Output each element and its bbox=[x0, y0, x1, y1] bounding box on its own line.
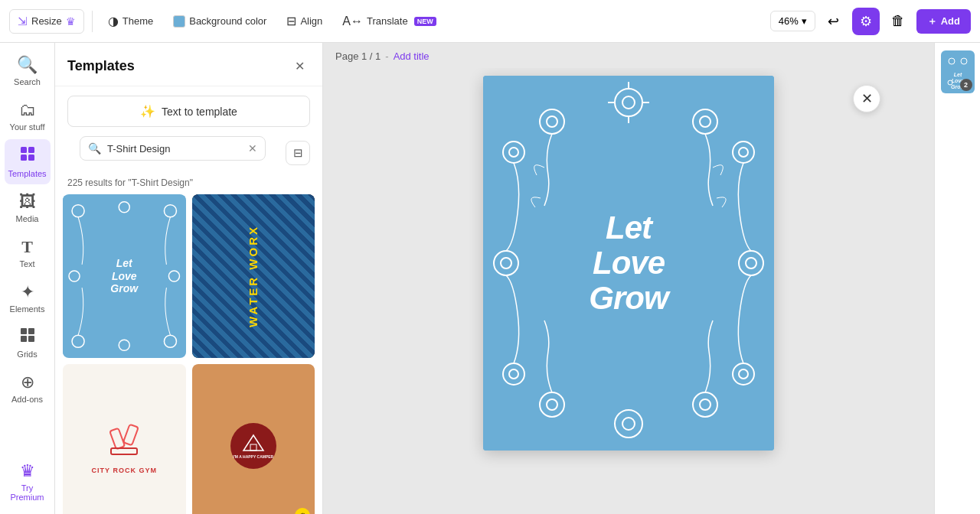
search-bar-icon: 🔍 bbox=[88, 142, 101, 155]
add-title-link[interactable]: Add title bbox=[394, 50, 430, 62]
sidebar-item-media-label: Media bbox=[16, 214, 39, 223]
svg-rect-17 bbox=[110, 428, 126, 450]
undo-button[interactable]: ↩ bbox=[820, 8, 848, 35]
zoom-chevron-icon: ▾ bbox=[802, 15, 807, 27]
bg-color-button[interactable]: Background color bbox=[165, 11, 274, 32]
sidebar-item-add-ons[interactable]: ⊕ Add-ons bbox=[5, 366, 51, 410]
search-clear-button[interactable]: ✕ bbox=[248, 142, 257, 155]
premium-badge: ♛ bbox=[295, 508, 310, 514]
svg-rect-18 bbox=[123, 425, 139, 446]
card-water-worx-text: WATER WORX bbox=[247, 225, 260, 327]
add-button[interactable]: ＋ Add bbox=[916, 9, 971, 34]
main-layout: 🔍 Search 🗂 Your stuff Templates 🖼 Media bbox=[0, 43, 980, 514]
theme-label: Theme bbox=[122, 15, 153, 27]
try-premium-label: Try Premium bbox=[8, 483, 47, 502]
svg-rect-4 bbox=[21, 328, 27, 334]
your-stuff-icon: 🗂 bbox=[19, 100, 36, 120]
translate-button[interactable]: A↔ Translate NEW bbox=[335, 10, 443, 33]
toolbar-divider-1 bbox=[92, 11, 93, 32]
sidebar-item-elements[interactable]: ✦ Elements bbox=[5, 276, 51, 320]
close-panel-button[interactable]: ✕ bbox=[289, 55, 310, 76]
results-count: 225 results for "T-Shirt Design" bbox=[55, 177, 322, 194]
settings-button[interactable]: ⚙ bbox=[852, 8, 880, 35]
template-card-happy-camper[interactable]: I'M A HAPPY CAMPER ♛ bbox=[192, 364, 315, 514]
resize-crown-icon: ♛ bbox=[66, 15, 76, 28]
search-icon: 🔍 bbox=[17, 55, 38, 75]
translate-badge: NEW bbox=[414, 17, 436, 26]
zoom-control[interactable]: 46% ▾ bbox=[770, 11, 815, 31]
svg-rect-5 bbox=[28, 328, 34, 334]
canvas-text-line1: Let bbox=[606, 210, 652, 246]
svg-rect-6 bbox=[21, 336, 27, 342]
city-rock-icon bbox=[105, 418, 143, 464]
premium-icon: ♛ bbox=[20, 461, 35, 481]
sidebar-item-add-ons-label: Add-ons bbox=[11, 395, 43, 404]
sidebar-item-search[interactable]: 🔍 Search bbox=[5, 49, 51, 93]
trash-icon: 🗑 bbox=[891, 13, 905, 29]
align-label: Align bbox=[300, 15, 322, 27]
page-label: Page 1 / 1 - Add title bbox=[323, 43, 934, 68]
align-button[interactable]: ⊟ Align bbox=[279, 9, 330, 33]
sidebar-item-search-label: Search bbox=[14, 77, 41, 86]
canvas-text-line3: Grow bbox=[589, 280, 668, 316]
settings-icon: ⚙ bbox=[860, 13, 872, 30]
svg-rect-21 bbox=[250, 444, 256, 451]
sidebar-item-text-label: Text bbox=[19, 259, 34, 268]
sidebar-item-media[interactable]: 🖼 Media bbox=[5, 186, 51, 229]
page-separator: - bbox=[385, 50, 388, 62]
canvas-document: Let Love Grow bbox=[483, 76, 774, 451]
sidebar-item-text[interactable]: T Text bbox=[5, 231, 51, 275]
svg-rect-2 bbox=[21, 155, 27, 161]
resize-button[interactable]: ⇲ Resize ♛ bbox=[9, 9, 84, 34]
toolbar: ⇲ Resize ♛ ◑ Theme Background color ⊟ Al… bbox=[0, 0, 980, 43]
svg-text:Let: Let bbox=[953, 72, 962, 77]
theme-button[interactable]: ◑ Theme bbox=[100, 9, 161, 33]
sidebar-item-your-stuff[interactable]: 🗂 Your stuff bbox=[5, 94, 51, 138]
svg-rect-3 bbox=[28, 155, 34, 161]
align-icon: ⊟ bbox=[286, 14, 296, 28]
resize-icon: ⇲ bbox=[18, 15, 28, 28]
elements-icon: ✦ bbox=[21, 282, 34, 302]
page-thumbnail[interactable]: Let Love Grow 2 bbox=[941, 50, 975, 93]
close-float-button[interactable]: ✕ bbox=[853, 85, 880, 112]
templates-icon bbox=[19, 145, 36, 167]
translate-label: Translate bbox=[367, 15, 408, 27]
templates-grid-2col: LetLoveGrow WATER WORX bbox=[63, 194, 315, 514]
templates-header: Templates ✕ bbox=[55, 43, 322, 86]
page-badge: 2 bbox=[960, 79, 972, 91]
undo-icon: ↩ bbox=[828, 13, 839, 30]
grids-icon bbox=[20, 327, 35, 347]
sidebar-item-templates[interactable]: Templates bbox=[5, 139, 51, 184]
card-let-love-grow-text: LetLoveGrow bbox=[110, 257, 138, 295]
filter-button[interactable]: ⊟ bbox=[286, 141, 310, 165]
sidebar-item-your-stuff-label: Your stuff bbox=[10, 122, 45, 132]
happy-camper-icon bbox=[242, 434, 265, 453]
sidebar-item-templates-label: Templates bbox=[8, 169, 46, 178]
sidebar-item-grids[interactable]: Grids bbox=[5, 321, 51, 365]
search-bar: 🔍 ✕ bbox=[80, 136, 266, 161]
canvas-scroll[interactable]: Let Love Grow bbox=[323, 68, 934, 514]
text-to-template-button[interactable]: ✨ Text to template bbox=[67, 96, 310, 127]
templates-panel-title: Templates bbox=[67, 58, 135, 74]
template-card-city-rock[interactable]: CITY ROCK GYM bbox=[63, 364, 186, 514]
template-card-water-worx[interactable]: WATER WORX bbox=[192, 194, 315, 358]
template-card-let-love-grow[interactable]: LetLoveGrow bbox=[63, 194, 186, 358]
svg-rect-1 bbox=[28, 147, 34, 153]
try-premium-button[interactable]: ♛ Try Premium bbox=[5, 455, 51, 508]
text-to-template-icon: ✨ bbox=[140, 104, 155, 119]
filter-icon: ⊟ bbox=[293, 146, 303, 160]
svg-marker-20 bbox=[243, 435, 263, 451]
zoom-value: 46% bbox=[779, 15, 799, 27]
templates-grid: LetLoveGrow WATER WORX bbox=[55, 194, 322, 514]
svg-rect-0 bbox=[21, 147, 27, 153]
bg-color-icon bbox=[173, 15, 185, 28]
search-row: 🔍 ✕ ⊟ bbox=[67, 136, 310, 170]
templates-panel: Templates ✕ ✨ Text to template 🔍 ✕ ⊟ 225… bbox=[55, 43, 323, 514]
media-icon: 🖼 bbox=[19, 192, 36, 212]
text-icon: T bbox=[21, 237, 33, 257]
sidebar-item-elements-label: Elements bbox=[10, 304, 45, 314]
trash-button[interactable]: 🗑 bbox=[884, 8, 912, 35]
search-input[interactable] bbox=[107, 143, 242, 155]
sidebar-item-grids-label: Grids bbox=[17, 350, 37, 359]
theme-icon: ◑ bbox=[108, 14, 119, 28]
